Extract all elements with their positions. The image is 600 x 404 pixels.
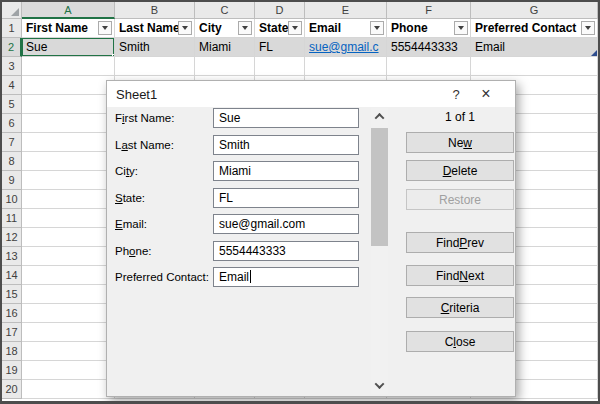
col-header-A[interactable]: A xyxy=(22,2,115,19)
cell-A13[interactable] xyxy=(22,247,115,266)
cell-A16[interactable] xyxy=(22,304,115,323)
row-header-6[interactable]: 6 xyxy=(2,114,22,133)
cell-F3[interactable] xyxy=(387,57,471,76)
field-input-0[interactable]: Sue xyxy=(213,108,359,128)
row-header-18[interactable]: 18 xyxy=(2,342,22,361)
filter-dropdown-icon[interactable] xyxy=(238,21,252,35)
cell-A7[interactable] xyxy=(22,133,115,152)
field-input-5[interactable]: 5554443333 xyxy=(213,241,359,261)
cell-C3[interactable] xyxy=(195,57,255,76)
row-header-17[interactable]: 17 xyxy=(2,323,22,342)
cell-G1[interactable]: Preferred Contact xyxy=(471,19,598,38)
cell-A14[interactable] xyxy=(22,266,115,285)
cell-A19[interactable] xyxy=(22,361,115,380)
col-header-C[interactable]: C xyxy=(195,2,255,19)
cell-C2[interactable]: Miami xyxy=(195,38,255,57)
cell-G3[interactable] xyxy=(471,57,598,76)
col-header-B[interactable]: B xyxy=(115,2,195,19)
cell-C1[interactable]: City xyxy=(195,19,255,38)
cell-A4[interactable] xyxy=(22,76,115,95)
scroll-down-icon[interactable] xyxy=(371,377,388,394)
find-prev-button[interactable]: Find Prev xyxy=(406,232,514,253)
row-header-3[interactable]: 3 xyxy=(2,57,22,76)
row-header-11[interactable]: 11 xyxy=(2,209,22,228)
cell-E1[interactable]: Email xyxy=(305,19,387,38)
row-header-7[interactable]: 7 xyxy=(2,133,22,152)
row-header-9[interactable]: 9 xyxy=(2,171,22,190)
col-header-G[interactable]: G xyxy=(471,2,598,19)
row-header-19[interactable]: 19 xyxy=(2,361,22,380)
col-header-F[interactable]: F xyxy=(387,2,471,19)
cell-B1[interactable]: Last Name xyxy=(115,19,195,38)
filter-dropdown-icon[interactable] xyxy=(288,21,302,35)
row-header-14[interactable]: 14 xyxy=(2,266,22,285)
filter-dropdown-icon[interactable] xyxy=(370,21,384,35)
field-input-4[interactable]: sue@gmail.com xyxy=(213,214,359,234)
sheet-row-2: 2SueSmithMiamiFLsue@gmail.c5554443333Ema… xyxy=(2,38,598,57)
select-all-icon xyxy=(11,8,19,16)
scrollbar-thumb[interactable] xyxy=(371,128,388,246)
row-header-4[interactable]: 4 xyxy=(2,76,22,95)
filter-dropdown-icon[interactable] xyxy=(98,21,112,35)
cell-D3[interactable] xyxy=(255,57,305,76)
cell-A8[interactable] xyxy=(22,152,115,171)
find-next-button[interactable]: Find Next xyxy=(406,265,514,286)
cell-A6[interactable] xyxy=(22,114,115,133)
column-header-row: ABCDEFG xyxy=(2,2,598,19)
cell-E3[interactable] xyxy=(305,57,387,76)
scroll-up-icon[interactable] xyxy=(371,108,388,125)
row-header-2[interactable]: 2 xyxy=(2,38,22,57)
cell-F1[interactable]: Phone xyxy=(387,19,471,38)
row-header-13[interactable]: 13 xyxy=(2,247,22,266)
row-header-20[interactable]: 20 xyxy=(2,380,22,399)
dialog-titlebar[interactable]: Sheet1 ? × xyxy=(107,81,515,107)
cell-A20[interactable] xyxy=(22,380,115,399)
cell-A15[interactable] xyxy=(22,285,115,304)
field-input-3[interactable]: FL xyxy=(213,188,359,208)
filter-dropdown-icon[interactable] xyxy=(581,21,595,35)
table-resize-handle[interactable] xyxy=(591,50,597,56)
cell-A3[interactable] xyxy=(22,57,115,76)
cell-A11[interactable] xyxy=(22,209,115,228)
cell-F2[interactable]: 5554443333 xyxy=(387,38,471,57)
cell-A18[interactable] xyxy=(22,342,115,361)
email-link[interactable]: sue@gmail.c xyxy=(309,40,379,54)
row-header-10[interactable]: 10 xyxy=(2,190,22,209)
filter-dropdown-icon[interactable] xyxy=(178,21,192,35)
cell-B2[interactable]: Smith xyxy=(115,38,195,57)
cell-E2[interactable]: sue@gmail.c xyxy=(305,38,387,57)
row-header-12[interactable]: 12 xyxy=(2,228,22,247)
criteria-button[interactable]: Criteria xyxy=(406,297,514,318)
filter-arrow-glyph xyxy=(242,26,248,30)
close-button[interactable]: Close xyxy=(406,331,514,352)
field-input-2[interactable]: Miami xyxy=(213,161,359,181)
cell-B3[interactable] xyxy=(115,57,195,76)
filter-dropdown-icon[interactable] xyxy=(454,21,468,35)
row-header-1[interactable]: 1 xyxy=(2,19,22,38)
cell-G2[interactable]: Email xyxy=(471,38,598,57)
cell-A5[interactable] xyxy=(22,95,115,114)
cell-D2[interactable]: FL xyxy=(255,38,305,57)
field-label-0: First Name: xyxy=(115,108,215,128)
cell-A9[interactable] xyxy=(22,171,115,190)
row-header-16[interactable]: 16 xyxy=(2,304,22,323)
row-header-8[interactable]: 8 xyxy=(2,152,22,171)
cell-A2[interactable]: Sue xyxy=(22,38,115,57)
cell-D1[interactable]: State xyxy=(255,19,305,38)
col-header-D[interactable]: D xyxy=(255,2,305,19)
row-header-15[interactable]: 15 xyxy=(2,285,22,304)
cell-A12[interactable] xyxy=(22,228,115,247)
row-header-5[interactable]: 5 xyxy=(2,95,22,114)
cell-A10[interactable] xyxy=(22,190,115,209)
delete-button[interactable]: Delete xyxy=(406,160,514,181)
cell-A1[interactable]: First Name xyxy=(22,19,115,38)
help-icon[interactable]: ? xyxy=(441,81,471,107)
col-header-E[interactable]: E xyxy=(305,2,387,19)
close-icon[interactable]: × xyxy=(471,81,501,107)
record-scrollbar[interactable] xyxy=(371,108,388,394)
field-input-6[interactable]: Email xyxy=(213,267,359,287)
field-input-1[interactable]: Smith xyxy=(213,135,359,155)
cell-A17[interactable] xyxy=(22,323,115,342)
select-all-button[interactable] xyxy=(2,2,22,19)
new-button[interactable]: New xyxy=(406,132,514,153)
